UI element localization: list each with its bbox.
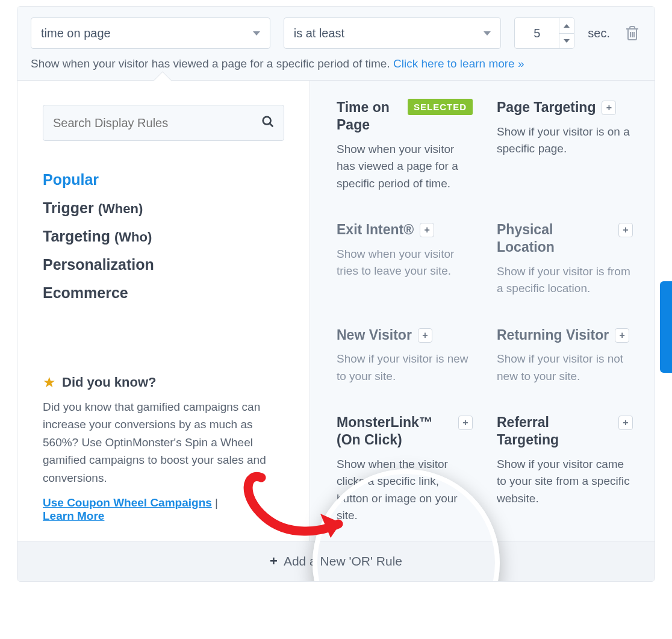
learn-more-link[interactable]: Click here to learn more » [393,57,524,70]
rule-type-select[interactable]: time on page [31,17,270,49]
rule-desc: Show if your visitor is new to your site… [337,351,473,385]
category-personalization[interactable]: Personalization [43,256,284,273]
rule-title: Time on Page [337,99,402,134]
did-you-know: ★ Did you know? Did you know that gamifi… [43,374,284,523]
rule-operator-select[interactable]: is at least [284,17,502,49]
add-icon[interactable]: + [618,223,633,237]
add-icon[interactable]: + [615,328,629,343]
rule-exit-intent[interactable]: Exit Intent® + Show when your visitor tr… [337,221,473,298]
helper-text: Show when your visitor has viewed a page… [31,57,641,70]
rule-returning-visitor[interactable]: Returning Visitor + Show if your visitor… [497,326,633,385]
panels-wrapper: Popular Trigger (When) Targeting (Who) P… [17,81,655,541]
add-icon[interactable]: + [458,416,473,430]
rule-title: New Visitor [337,326,412,344]
selected-badge: SELECTED [408,99,473,115]
feedback-tab[interactable] [660,281,672,373]
rules-panel: time on page is at least sec. [17,6,655,582]
rule-desc: Show if your visitor is not new to your … [497,351,633,385]
dyk-body: Did you know that gamified campaigns can… [43,398,284,487]
rule-page-targeting[interactable]: Page Targeting + Show if your visitor is… [497,99,633,192]
dyk-links: Use Coupon Wheel Campaigns | Learn More [43,496,284,523]
rule-monsterlink[interactable]: MonsterLink™ (On Click) + Show when the … [337,414,473,525]
rule-time-on-page[interactable]: Time on Page SELECTED Show when your vis… [337,99,473,192]
delete-rule-button[interactable] [623,23,641,43]
dyk-coupon-link[interactable]: Use Coupon Wheel Campaigns [43,496,212,509]
add-icon[interactable]: + [602,101,616,115]
rules-list: Time on Page SELECTED Show when your vis… [310,81,655,541]
rule-title: Exit Intent® [337,221,414,238]
rule-title: Referral Targeting [497,414,612,449]
footer-label: Add a New 'OR' Rule [284,554,402,568]
rule-desc: Show when the visitor clicks a specific … [337,456,473,525]
rule-desc: Show when your visitor has viewed a page… [337,141,473,193]
rule-type-value: time on page [41,26,111,40]
star-icon: ★ [43,374,56,391]
add-or-rule-button[interactable]: +Add a New 'OR' Rule [17,541,655,581]
caret-up-icon [564,24,570,28]
add-icon[interactable]: + [420,223,434,237]
chevron-down-icon [484,31,491,36]
rule-operator-value: is at least [294,26,344,40]
add-icon[interactable]: + [618,416,633,430]
trash-icon [626,26,639,40]
search-input[interactable] [43,105,284,141]
stepper-down-button[interactable] [559,33,574,48]
rule-title: MonsterLink™ (On Click) [337,414,452,449]
stepper-input[interactable] [515,18,559,48]
rule-desc: Show if your visitor is from a specific … [497,263,633,298]
category-popular[interactable]: Popular [43,171,284,189]
rule-title: Page Targeting [497,99,596,116]
quantity-stepper [514,17,574,49]
category-targeting[interactable]: Targeting (Who) [43,228,284,245]
caret-down-icon [564,39,570,43]
rule-title: Physical Location [497,221,612,256]
rule-physical-location[interactable]: Physical Location + Show if your visitor… [497,221,633,298]
category-list: Popular Trigger (When) Targeting (Who) P… [43,171,284,302]
chevron-down-icon [253,31,260,36]
rule-desc: Show if your visitor is on a specific pa… [497,123,633,158]
current-rule-bar: time on page is at least sec. [17,7,655,81]
rule-title: Returning Visitor [497,326,609,344]
category-ecommerce[interactable]: Ecommerce [43,284,284,302]
category-trigger[interactable]: Trigger (When) [43,199,284,217]
sidebar: Popular Trigger (When) Targeting (Who) P… [17,81,310,541]
rule-desc: Show if your visitor came to your site f… [497,456,633,508]
add-icon[interactable]: + [418,328,432,343]
unit-label: sec. [588,26,610,40]
svg-point-0 [263,117,271,125]
stepper-up-button[interactable] [559,18,574,33]
plus-icon: + [270,553,278,569]
search-icon [261,115,275,131]
rule-referral-targeting[interactable]: Referral Targeting + Show if your visito… [497,414,633,525]
dyk-learn-more-link[interactable]: Learn More [43,510,104,522]
rule-desc: Show when your visitor tries to leave yo… [337,246,473,280]
rule-new-visitor[interactable]: New Visitor + Show if your visitor is ne… [337,326,473,385]
dyk-title: Did you know? [62,375,156,390]
